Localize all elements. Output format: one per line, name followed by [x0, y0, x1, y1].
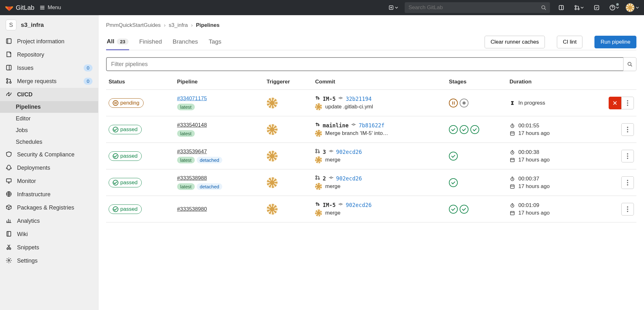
triggerer-avatar[interactable]	[267, 204, 277, 215]
tab-all[interactable]: All23	[106, 34, 129, 50]
stage-created[interactable]	[460, 99, 468, 107]
commit-author-avatar[interactable]	[315, 183, 322, 190]
clear-runner-caches-button[interactable]: Clear runner caches	[485, 36, 545, 48]
commit-message[interactable]: Merge branch 'IM-5' into…	[325, 130, 388, 137]
search-icon[interactable]	[537, 5, 550, 10]
help-dropdown[interactable]	[608, 0, 621, 15]
sidebar-item-project-information[interactable]: Project information	[0, 35, 98, 48]
status-badge[interactable]: passed	[109, 125, 142, 134]
merge-requests-shortcut[interactable]	[573, 0, 585, 15]
pipeline-id-link[interactable]: #333538988	[177, 175, 262, 181]
ref-name[interactable]: 3	[323, 149, 326, 155]
ref-name[interactable]: 2	[323, 175, 326, 182]
commit-message[interactable]: merge	[325, 210, 340, 216]
commit-sha-link[interactable]: 902ecd26	[336, 149, 362, 155]
menu-toggle[interactable]: Menu	[39, 4, 61, 11]
row-menu-button[interactable]	[621, 176, 634, 189]
sidebar-item-issues[interactable]: Issues0	[0, 61, 98, 75]
sidebar-item-infrastructure[interactable]: Infrastructure	[0, 188, 98, 201]
tab-branches[interactable]: Branches	[172, 34, 199, 50]
row-menu-button[interactable]	[621, 123, 634, 136]
run-pipeline-button[interactable]: Run pipeline	[594, 36, 636, 48]
commit-sha-link[interactable]: 902ecd26	[336, 175, 362, 182]
sidebar-item-repository[interactable]: Repository	[0, 48, 98, 61]
commit-message[interactable]: update .gitlab-ci.yml	[325, 104, 373, 110]
sidebar-subitem-jobs[interactable]: Jobs	[0, 125, 98, 136]
commit-message[interactable]: merge	[325, 157, 340, 163]
stage-passed[interactable]	[460, 205, 468, 214]
stage-passed[interactable]	[449, 205, 458, 214]
stage-passed[interactable]	[470, 125, 479, 134]
status-badge[interactable]: passed	[109, 204, 142, 214]
sidebar-item-analytics[interactable]: Analytics	[0, 214, 98, 228]
ref-name[interactable]: IM-5	[323, 202, 336, 208]
sidebar-item-merge-requests[interactable]: Merge requests0	[0, 75, 98, 88]
commit-author-avatar[interactable]	[315, 103, 322, 110]
new-dropdown[interactable]	[387, 0, 400, 15]
sidebar-subitem-schedules[interactable]: Schedules	[0, 136, 98, 148]
sidebar-item-cicd[interactable]: CI/CD	[0, 88, 98, 101]
ref-name[interactable]: IM-5	[323, 96, 336, 102]
commit-sha-link[interactable]: 7b81622f	[359, 122, 385, 129]
sidebar-item-snippets[interactable]: Snippets	[0, 241, 98, 254]
sidebar-item-label: Security & Compliance	[17, 151, 75, 158]
sidebar-subitem-pipelines[interactable]: Pipelines	[0, 101, 98, 113]
issues-shortcut[interactable]	[555, 0, 568, 15]
sidebar-item-monitor[interactable]: Monitor	[0, 174, 98, 188]
duration-text: 00:01:09	[518, 202, 539, 209]
status-badge[interactable]: pending	[109, 98, 144, 108]
row-menu-button[interactable]	[621, 97, 634, 109]
filter-search-button[interactable]	[623, 57, 636, 71]
sidebar-item-settings[interactable]: Settings	[0, 254, 98, 267]
tab-label: All	[107, 38, 114, 45]
stage-passed[interactable]	[449, 152, 458, 161]
commit-sha-link[interactable]: 902ecd26	[346, 202, 372, 208]
global-search[interactable]	[405, 2, 550, 13]
stage-pending[interactable]	[449, 99, 458, 107]
commit-author-avatar[interactable]	[315, 156, 322, 163]
global-search-input[interactable]	[405, 4, 537, 11]
sidebar-item-deployments[interactable]: Deployments	[0, 161, 98, 174]
ci-lint-button[interactable]: CI lint	[557, 36, 582, 48]
stage-passed[interactable]	[449, 178, 458, 187]
pipeline-id-link[interactable]: #333539647	[177, 149, 262, 155]
sidebar-item-wiki[interactable]: Wiki	[0, 228, 98, 241]
settings-icon	[6, 257, 13, 264]
tab-label: Tags	[209, 38, 221, 45]
pipeline-id-link[interactable]: #333538980	[177, 206, 262, 212]
sidebar-item-packages[interactable]: Packages & Registries	[0, 201, 98, 214]
breadcrumb-item[interactable]: s3_infra	[169, 22, 188, 28]
stage-passed[interactable]	[449, 125, 458, 134]
sidebar-item-security[interactable]: Security & Compliance	[0, 148, 98, 161]
cancel-pipeline-button[interactable]	[609, 97, 621, 109]
breadcrumb-item[interactable]: PmmQuickStartGuides	[106, 22, 161, 28]
triggerer-avatar[interactable]	[267, 177, 277, 188]
tab-tags[interactable]: Tags	[208, 34, 222, 50]
triggerer-avatar[interactable]	[267, 98, 277, 108]
commit-author-avatar[interactable]	[315, 210, 322, 216]
stage-passed[interactable]	[460, 125, 468, 134]
triggerer-avatar[interactable]	[267, 151, 277, 161]
commit-sha-link[interactable]: 32b21194	[346, 96, 372, 102]
row-menu-button[interactable]	[621, 150, 634, 162]
todos-shortcut[interactable]	[590, 0, 603, 15]
project-header[interactable]: S s3_infra	[0, 15, 98, 35]
pipeline-id-link[interactable]: #333540148	[177, 122, 262, 128]
svg-point-12	[10, 82, 11, 83]
breadcrumb-current: Pipelines	[196, 22, 220, 28]
cicd-icon	[6, 91, 13, 98]
commit-message[interactable]: merge	[325, 183, 340, 190]
status-badge[interactable]: passed	[109, 178, 142, 187]
tab-finished[interactable]: Finished	[139, 34, 163, 50]
ref-name[interactable]: mainline	[323, 122, 349, 129]
filter-pipelines-input[interactable]	[106, 57, 623, 71]
status-badge[interactable]: passed	[109, 151, 142, 161]
sidebar-subitem-editor[interactable]: Editor	[0, 113, 98, 125]
commit-author-avatar[interactable]	[315, 130, 322, 137]
brand[interactable]: GitLab	[5, 3, 34, 12]
row-menu-button[interactable]	[621, 203, 634, 216]
row-actions	[587, 176, 634, 189]
triggerer-avatar[interactable]	[267, 124, 277, 135]
user-menu[interactable]	[626, 0, 639, 15]
pipeline-id-link[interactable]: #334071175	[177, 95, 262, 102]
